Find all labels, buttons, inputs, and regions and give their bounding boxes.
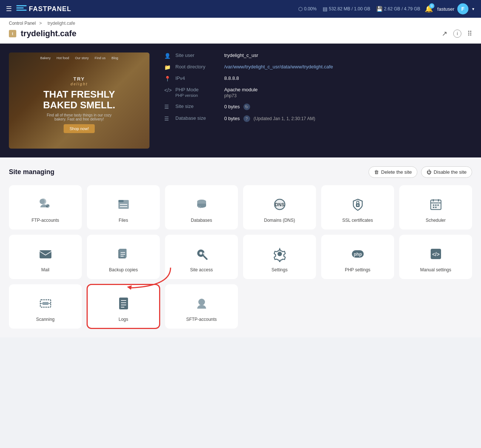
logs-icon <box>114 294 133 313</box>
hero-brand: TRYdelight <box>42 76 116 86</box>
card-mail[interactable]: Mail <box>9 235 82 279</box>
db-size-value: 0 bytes ? (Updated Jan 1, 1, 2:30:17 AM) <box>224 115 315 122</box>
card-scheduler[interactable]: Scheduler <box>399 185 472 230</box>
user-info-icon: 👤 <box>164 53 171 59</box>
svg-point-33 <box>203 252 205 255</box>
folder-info-icon: 📁 <box>164 64 171 70</box>
hero-nav: BakeryHot foodOur storyFind usBlog <box>9 56 149 60</box>
svg-point-19 <box>433 204 434 206</box>
svg-rect-24 <box>40 250 51 258</box>
card-domains-dns[interactable]: DNS Domains (DNS) <box>243 185 316 230</box>
site-actions: 🗑 Delete the site ⏻ Disable the site <box>369 166 472 178</box>
card-sftp-accounts[interactable]: SFTP-accounts <box>165 284 238 329</box>
svg-rect-42 <box>43 302 48 305</box>
svg-point-23 <box>435 207 437 208</box>
ssl-icon <box>348 195 367 214</box>
card-manual-settings[interactable]: </> Manual settings <box>399 235 472 279</box>
mail-icon <box>36 244 55 264</box>
card-ssl-certificates[interactable]: SSL certificates <box>321 185 394 230</box>
cards-row-2: Mail Backup copies <box>9 235 472 279</box>
manual-settings-label: Manual settings <box>420 267 451 272</box>
top-navigation: ☰ FASTPANEL ⬡ 0.00% ▤ 532.82 MB / 1.00 G… <box>0 0 481 18</box>
svg-rect-43 <box>119 298 128 309</box>
info-icon[interactable]: i <box>453 30 461 38</box>
menu-icon[interactable]: ☰ <box>6 5 12 13</box>
databases-label: Databases <box>191 218 212 223</box>
card-php-settings[interactable]: php PHP settings <box>321 235 394 279</box>
card-scanning[interactable]: Scanning <box>9 284 82 329</box>
cards-row-3-wrapper: Scanning Logs <box>9 284 472 329</box>
scheduler-icon <box>426 195 445 214</box>
databases-icon <box>192 195 211 214</box>
dbsize-info-icon: ☰ <box>164 116 171 122</box>
breadcrumb-separator: > <box>39 21 42 26</box>
mail-label: Mail <box>41 267 49 272</box>
notifications-bell[interactable]: 🔔 0 <box>425 5 433 13</box>
info-row-size: ☰ Site size 0 bytes ↻ <box>164 103 472 110</box>
svg-line-32 <box>204 256 207 259</box>
files-icon <box>114 195 133 214</box>
card-logs[interactable]: Logs <box>87 284 160 329</box>
site-preview-image: BakeryHot foodOur storyFind usBlog TRYde… <box>9 52 149 149</box>
delete-site-button[interactable]: 🗑 Delete the site <box>369 166 417 178</box>
logo-icon <box>16 5 27 13</box>
card-files[interactable]: Files <box>87 185 160 230</box>
settings-icon <box>270 244 289 264</box>
card-databases[interactable]: Databases <box>165 185 238 230</box>
php-settings-label: PHP settings <box>345 267 370 272</box>
page-title: trydelight.cafe <box>21 29 76 38</box>
cpu-stat: ⬡ 0.00% <box>298 6 317 12</box>
disk-icon: 💾 <box>376 6 383 12</box>
svg-point-34 <box>278 252 282 256</box>
svg-text:DNS: DNS <box>275 202 284 207</box>
trash-icon: 🗑 <box>374 169 379 175</box>
ip-info-icon: 📍 <box>164 76 171 82</box>
site-info-panel: 👤 Site user trydelight_c_usr 📁 Root dire… <box>164 52 472 127</box>
section-header: Site managing 🗑 Delete the site ⏻ Disabl… <box>9 166 472 178</box>
logo: FASTPANEL <box>16 5 71 13</box>
svg-point-48 <box>198 299 205 305</box>
breadcrumb-home-link[interactable]: Control Panel <box>9 21 36 26</box>
svg-text:</>: </> <box>432 251 439 257</box>
hero-cta-button[interactable]: Shop now! <box>64 124 95 133</box>
info-row-user: 👤 Site user trydelight_c_usr <box>164 52 472 59</box>
domains-dns-label: Domains (DNS) <box>264 218 295 223</box>
svg-point-22 <box>433 207 434 208</box>
cpu-icon: ⬡ <box>298 6 303 12</box>
hero-section: BakeryHot foodOur storyFind usBlog TRYde… <box>0 44 481 157</box>
external-link-icon[interactable]: ↗ <box>442 30 447 38</box>
header-actions: ↗ i ⠿ <box>442 30 472 38</box>
card-site-access[interactable]: Site access <box>165 235 238 279</box>
db-help-icon[interactable]: ? <box>243 115 250 122</box>
grid-icon[interactable]: ⠿ <box>467 30 472 38</box>
svg-point-21 <box>437 204 439 206</box>
card-ftp-accounts[interactable]: FTP-accounts <box>9 185 82 230</box>
ftp-accounts-label: FTP-accounts <box>31 218 59 223</box>
logo-text: FASTPANEL <box>29 5 71 13</box>
site-header: t trydelight.cafe ↗ i ⠿ <box>0 26 481 43</box>
ftp-icon <box>36 195 55 214</box>
site-size-value: 0 bytes ↻ <box>224 103 250 110</box>
user-menu[interactable]: fastuser F ▼ <box>437 3 475 14</box>
sftp-accounts-label: SFTP-accounts <box>186 317 217 322</box>
card-backup-copies[interactable]: Backup copies <box>87 235 160 279</box>
php-info-icon: </> <box>164 87 171 93</box>
logs-label: Logs <box>118 317 128 322</box>
sftp-icon <box>192 294 211 313</box>
root-dir-value: /var/www/trydelight_c_usr/data/www/tryde… <box>224 64 333 69</box>
breadcrumb: Control Panel > trydelight.cafe <box>0 18 481 26</box>
card-settings[interactable]: Settings <box>243 235 316 279</box>
info-row-root: 📁 Root directory /var/www/trydelight_c_u… <box>164 64 472 70</box>
backup-copies-label: Backup copies <box>109 267 138 272</box>
disable-site-button[interactable]: ⏻ Disable the site <box>421 166 472 178</box>
site-user-value: trydelight_c_usr <box>224 52 258 58</box>
files-label: Files <box>119 218 128 223</box>
backup-icon <box>114 244 133 264</box>
disk-stat: 💾 2.62 GB / 4.79 GB <box>376 6 420 12</box>
ram-stat: ▤ 532.82 MB / 1.00 GB <box>323 6 370 12</box>
site-access-icon <box>192 244 211 264</box>
username-label: fastuser <box>437 6 454 12</box>
site-size-refresh[interactable]: ↻ <box>243 103 250 110</box>
svg-point-31 <box>199 252 202 255</box>
php-settings-icon: php <box>348 244 367 264</box>
